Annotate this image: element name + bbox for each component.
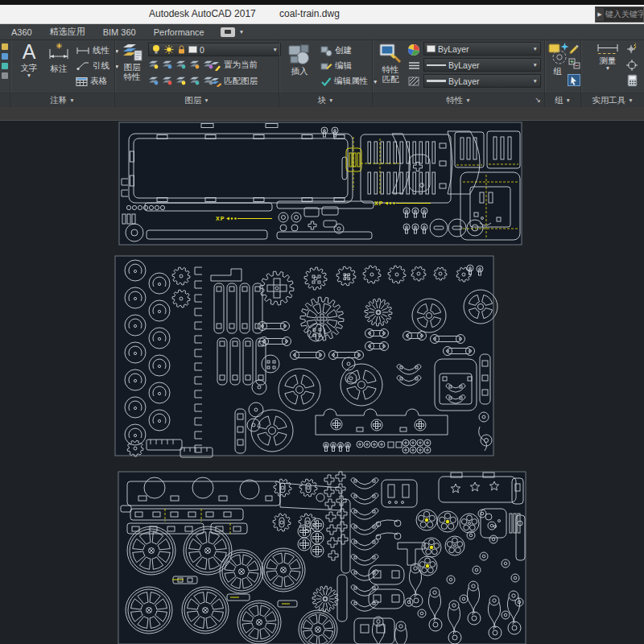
panel-layers: 图层 特性 0 ▼ 置为当前 [115, 40, 279, 93]
id-point-icon[interactable] [625, 43, 638, 56]
layer-properties-button[interactable]: 图层 特性 [118, 42, 147, 81]
set-current-button[interactable]: 置为当前 [210, 60, 258, 71]
color-wheel-icon[interactable] [407, 43, 420, 56]
measure-icon [596, 43, 620, 56]
text-button-label: 文字 [21, 63, 38, 72]
layer-freeze-tool-icon[interactable] [175, 60, 186, 69]
create-block-button[interactable]: 创建 [320, 45, 352, 56]
clipped-icon-4[interactable] [2, 72, 8, 79]
leader-icon [76, 61, 90, 71]
quick-calc-icon[interactable] [627, 74, 638, 87]
group-edit-icon[interactable] [568, 58, 580, 69]
clipped-icon-2[interactable] [2, 53, 8, 60]
group-button[interactable]: 组 [547, 41, 568, 76]
table-icon [76, 76, 88, 87]
linetype-dropdown[interactable]: ByLayer ▼ [423, 58, 541, 72]
lineweight-caret-icon: ▼ [533, 78, 538, 84]
layer-on-icon[interactable] [151, 44, 161, 55]
layer-delete-icon[interactable] [189, 76, 200, 85]
panel-label-clipped [0, 93, 10, 107]
drawing-area[interactable]: XPXP [0, 121, 644, 644]
layer-state-dropdown[interactable]: 0 ▼ [148, 43, 281, 56]
leader-button[interactable]: 引线 ▼ [76, 60, 119, 72]
panel-label-properties[interactable]: 特性▼↘ [373, 93, 545, 107]
match-properties-button[interactable]: 特性 匹配 [376, 42, 405, 84]
edit-attributes-label: 编辑属性 [334, 76, 368, 87]
window-title: Autodesk AutoCAD 2017 coal-train.dwg [149, 8, 340, 19]
svg-text:XP: XP [374, 200, 383, 206]
properties-dialog-launcher-icon[interactable]: ↘ [535, 93, 541, 107]
svg-text:XP: XP [216, 216, 225, 221]
hatch-icon[interactable] [408, 76, 419, 86]
panel-label-utilities[interactable]: 实用工具▼ [581, 93, 644, 107]
layer-dropdown-caret-icon[interactable]: ▼ [273, 47, 278, 52]
menu-a360[interactable]: A360 [11, 27, 32, 37]
linetype-value: ByLayer [448, 60, 480, 70]
dimension-button-label: 标注 [51, 64, 68, 73]
layer-lock-icon[interactable] [177, 44, 186, 55]
lineweight-sample [427, 80, 446, 82]
edit-block-button[interactable]: 编辑 [320, 60, 352, 72]
layer-walk-icon[interactable] [162, 76, 172, 85]
panel-label-annotate[interactable]: 注释▼ [10, 93, 115, 107]
menu-bim360[interactable]: BIM 360 [103, 27, 136, 37]
menu-featured-apps[interactable]: 精选应用 [50, 26, 85, 38]
group-icon [547, 41, 568, 66]
edit-attributes-button[interactable]: 编辑属性 ▼ [320, 76, 378, 87]
layer-unisolate-icon[interactable] [162, 60, 172, 69]
measure-button[interactable]: 测量 ▼ [593, 43, 622, 72]
insert-block-button[interactable]: 插入 [284, 42, 315, 76]
linear-button[interactable]: 线性 ▼ [76, 45, 119, 56]
measure-caret-icon: ▼ [605, 65, 610, 72]
group-label: 组 [553, 66, 562, 76]
screencast-caret-icon[interactable]: ▼ [239, 29, 244, 35]
ungroup-icon[interactable] [568, 43, 580, 54]
linetype-icon[interactable] [408, 61, 420, 70]
dimension-button[interactable]: 标注 [44, 43, 73, 73]
edit-attributes-icon [320, 76, 332, 87]
screencast-icon[interactable] [221, 27, 235, 37]
point-style-icon[interactable] [625, 59, 638, 72]
menu-performance[interactable]: Performance [154, 27, 204, 37]
linetype-caret-icon: ▼ [533, 62, 538, 68]
match-properties-label-2: 匹配 [382, 74, 399, 84]
edit-block-label: 编辑 [335, 60, 352, 72]
help-search-box[interactable]: ▶ 键入关键字或语句 [595, 6, 644, 23]
search-placeholder-text: 键入关键字或语句 [605, 9, 644, 20]
clipped-icon-1[interactable] [2, 43, 8, 50]
panel-label-group[interactable]: 组▼ [545, 93, 581, 107]
layer-tools-row-1 [148, 60, 213, 69]
text-icon: A [23, 41, 36, 63]
panel-clipped-left [0, 40, 10, 93]
layer-properties-label-1: 图层 [124, 62, 141, 72]
title-bar: Autodesk AutoCAD 2017 coal-train.dwg ▶ 键… [0, 5, 644, 24]
layer-merge-icon[interactable] [175, 76, 186, 85]
layer-isolate-icon[interactable] [148, 60, 159, 69]
layer-color-swatch[interactable] [188, 46, 197, 53]
match-layer-label: 匹配图层 [224, 76, 258, 87]
match-layer-button[interactable]: 匹配图层 [210, 76, 258, 87]
set-current-label: 置为当前 [224, 60, 258, 71]
clipped-icon-3[interactable] [2, 63, 8, 69]
text-button[interactable]: A 文字 ▼ [15, 41, 43, 79]
app-name: Autodesk AutoCAD 2017 [149, 8, 256, 19]
insert-block-icon [287, 42, 312, 66]
match-layer-icon [210, 76, 221, 87]
table-button[interactable]: 表格 [76, 76, 107, 87]
layer-prev-icon[interactable] [148, 76, 159, 85]
current-layer-name: 0 [200, 45, 204, 55]
group-selection-toggle[interactable] [568, 74, 580, 86]
panel-label-layers[interactable]: 图层▼ [115, 93, 279, 107]
layer-freeze-icon[interactable] [163, 44, 175, 55]
lineweight-dropdown[interactable]: ByLayer ▼ [423, 74, 541, 88]
table-label: 表格 [90, 76, 107, 87]
text-caret-icon: ▼ [27, 72, 31, 79]
linear-label: 线性 [93, 45, 109, 56]
layer-lock-tool-icon[interactable] [189, 60, 200, 69]
panel-label-block[interactable]: 块▼ [279, 93, 373, 107]
drawing-canvas[interactable]: XPXP [0, 121, 644, 644]
linear-icon [76, 47, 90, 55]
search-arrow-icon[interactable]: ▶ [596, 8, 604, 21]
object-color-dropdown[interactable]: ByLayer ▼ [423, 42, 541, 56]
object-color-value: ByLayer [438, 44, 469, 54]
